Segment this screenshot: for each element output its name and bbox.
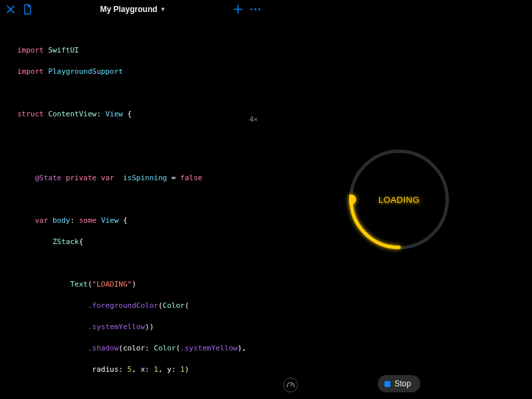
code-editor[interactable]: 4× import SwiftUI import PlaygroundSuppo… [0,19,266,399]
loading-indicator: LOADING [349,150,449,249]
close-icon[interactable] [5,4,16,15]
svg-point-3 [349,195,356,205]
stop-label: Stop [394,379,411,388]
stop-button[interactable]: Stop [378,375,420,392]
titlebar [0,0,266,19]
plus-icon[interactable] [233,4,243,15]
svg-point-2 [259,9,261,11]
preview-pane: LOADING Stop [266,0,532,399]
svg-point-0 [251,9,253,11]
code-editor-pane: My Playground ▼ 4× import SwiftUI import… [0,0,266,399]
svg-point-1 [255,9,257,11]
stop-icon [384,381,390,387]
svg-line-4 [291,384,293,386]
speedometer-icon[interactable] [283,378,298,392]
document-icon[interactable] [23,4,33,15]
execution-counter: 4× [249,114,258,125]
ellipsis-icon[interactable] [250,4,261,15]
preview-toolbar: Stop [266,375,532,392]
yellow-ring [349,150,449,249]
